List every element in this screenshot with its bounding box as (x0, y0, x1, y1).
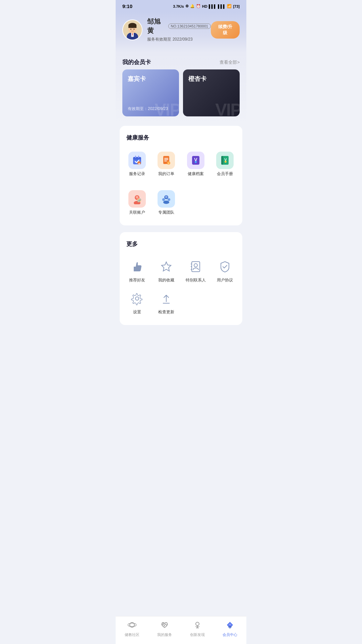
service-label-user-agreement: 用户协议 (217, 277, 233, 283)
shield-check-icon (216, 258, 234, 275)
svg-text:⏰: ⏰ (137, 162, 140, 165)
health-services-title: 健康服务 (126, 134, 149, 142)
card-title-orange: 橙杏卡 (188, 75, 234, 83)
status-bar: 9:10 3.7K/s ⚙ 🔔 ⏰ HD ▌▌▌ ▌▌▌ 📶 [73] (116, 0, 246, 12)
svg-point-8 (130, 29, 131, 30)
svg-rect-4 (132, 33, 133, 36)
svg-point-50 (196, 622, 199, 626)
calendar-check-icon: ⏰ (128, 152, 146, 169)
service-item-linked-account[interactable]: 🔗 关联账户 (122, 187, 152, 219)
card-vip-watermark-2: VIP (215, 100, 240, 116)
contact-icon (187, 258, 204, 275)
svg-point-9 (133, 29, 134, 30)
status-icons: 3.7K/s ⚙ 🔔 ⏰ HD ▌▌▌ ▌▌▌ 📶 [73] (173, 4, 240, 8)
nav-item-member-center[interactable]: ▼ 会员中心 (214, 619, 247, 639)
member-cards-header: 我的会员卡 查看全部> (116, 52, 246, 69)
status-time: 9:10 (122, 3, 132, 9)
svg-rect-12 (135, 156, 136, 158)
nav-item-community[interactable]: 健教社区 (116, 619, 148, 639)
service-label-team: 专属团队 (158, 210, 174, 215)
avatar (122, 19, 142, 40)
svg-rect-26 (221, 156, 223, 165)
see-all-link[interactable]: 查看全部> (220, 59, 240, 65)
service-item-user-agreement[interactable]: 用户协议 (210, 255, 240, 286)
nav-item-my-service[interactable]: 我的服务 (148, 619, 181, 639)
nav-label-member-center: 会员中心 (223, 632, 237, 637)
service-label-recommend: 推荐好友 (129, 277, 145, 283)
svg-text:!: ! (168, 162, 169, 165)
service-item-member-book[interactable]: V 会员手册 (210, 148, 240, 180)
star-icon (158, 258, 175, 275)
health-services-grid: ⏰ 服务记录 ! 我的订单 (120, 145, 242, 183)
team-icon (158, 190, 175, 208)
svg-point-28 (225, 161, 227, 163)
service-label-check-update: 检查更新 (158, 309, 174, 315)
svg-point-30 (136, 196, 138, 199)
battery-icon: [73] (233, 4, 240, 8)
profile-name: 邹旭黄 (147, 17, 165, 35)
heart-monitor-icon (160, 621, 169, 631)
svg-rect-17 (164, 158, 168, 159)
more-services-header: 更多 (120, 234, 242, 251)
service-item-recommend[interactable]: 推荐好友 (122, 255, 152, 286)
service-item-favorites[interactable]: 我的收藏 (152, 255, 181, 286)
diamond-icon: ▼ (226, 621, 234, 631)
svg-point-49 (128, 623, 136, 627)
card-title-guest: 嘉宾卡 (128, 75, 174, 83)
health-services-header: 健康服务 (120, 128, 242, 145)
bottom-nav: 健教社区 我的服务 创新发现 ▼ (116, 616, 246, 644)
thumb-up-icon (128, 258, 146, 275)
profile-info: 邹旭黄 NO.136210451780001 服务有效期至 2022/09/23 (147, 17, 211, 42)
nav-item-discovery[interactable]: 创新发现 (181, 619, 214, 639)
service-label-linked-account: 关联账户 (129, 210, 145, 215)
svg-point-37 (168, 198, 170, 201)
health-file-icon: V (187, 152, 204, 169)
nav-label-my-service: 我的服务 (157, 632, 172, 637)
member-book-icon: V (216, 152, 234, 169)
service-item-check-update[interactable]: 检查更新 (152, 286, 181, 318)
svg-rect-11 (133, 157, 141, 160)
more-services-section: 更多 推荐好友 我的收藏 (120, 232, 242, 325)
svg-point-45 (135, 297, 139, 300)
member-card-guest[interactable]: 嘉宾卡 VIP 有效期至：2022/09/23 (122, 69, 179, 116)
service-label-record: 服务记录 (129, 171, 145, 177)
gear-icon (128, 290, 146, 307)
service-label-health-file: 健康档案 (188, 171, 204, 177)
header: 邹旭黄 NO.136210451780001 服务有效期至 2022/09/23… (116, 12, 246, 52)
service-item-team[interactable]: 专属团队 (152, 187, 181, 219)
service-item-order[interactable]: ! 我的订单 (152, 148, 181, 180)
profile-id: NO.136210451780001 (168, 23, 211, 29)
linked-account-icon: 🔗 (128, 190, 146, 208)
nav-label-community: 健教社区 (125, 632, 139, 637)
order-icon: ! (158, 152, 175, 169)
service-label-member-book: 会员手册 (217, 171, 233, 177)
svg-rect-7 (128, 26, 136, 28)
renew-upgrade-button[interactable]: 续费/升级 (211, 21, 240, 39)
svg-rect-13 (138, 156, 139, 158)
bluetooth-icon: ⚙ (185, 4, 189, 8)
service-item-record[interactable]: ⏰ 服务记录 (122, 148, 152, 180)
member-card-orange[interactable]: 橙杏卡 VIP (183, 69, 240, 116)
svg-rect-19 (164, 161, 167, 161)
service-item-special-contact[interactable]: 特别联系人 (181, 255, 210, 286)
svg-point-36 (163, 201, 169, 204)
service-item-settings[interactable]: 设置 (122, 286, 152, 318)
health-services-section: 健康服务 ⏰ 服务记录 (120, 126, 242, 225)
member-cards-title: 我的会员卡 (122, 58, 151, 66)
more-services-grid: 推荐好友 我的收藏 (120, 251, 242, 322)
upload-icon (158, 290, 175, 307)
svg-marker-39 (162, 262, 171, 271)
svg-rect-18 (164, 159, 168, 160)
member-cards-list: 嘉宾卡 VIP 有效期至：2022/09/23 橙杏卡 VIP (116, 69, 246, 123)
svg-text:🔗: 🔗 (137, 198, 141, 203)
nav-label-discovery: 创新发现 (190, 632, 205, 637)
svg-point-24 (195, 161, 197, 163)
network-speed: 3.7K/s (173, 4, 184, 8)
profile-row: 邹旭黄 NO.136210451780001 服务有效期至 2022/09/23… (122, 17, 240, 42)
service-item-health-file[interactable]: V 健康档案 (181, 148, 210, 180)
health-services-grid-2: 🔗 关联账户 专属团队 (120, 183, 242, 222)
service-label-favorites: 我的收藏 (158, 277, 174, 283)
card-expire-guest: 有效期至：2022/09/23 (128, 106, 168, 112)
service-label-order: 我的订单 (158, 171, 174, 177)
service-label-special-contact: 特别联系人 (186, 277, 206, 283)
